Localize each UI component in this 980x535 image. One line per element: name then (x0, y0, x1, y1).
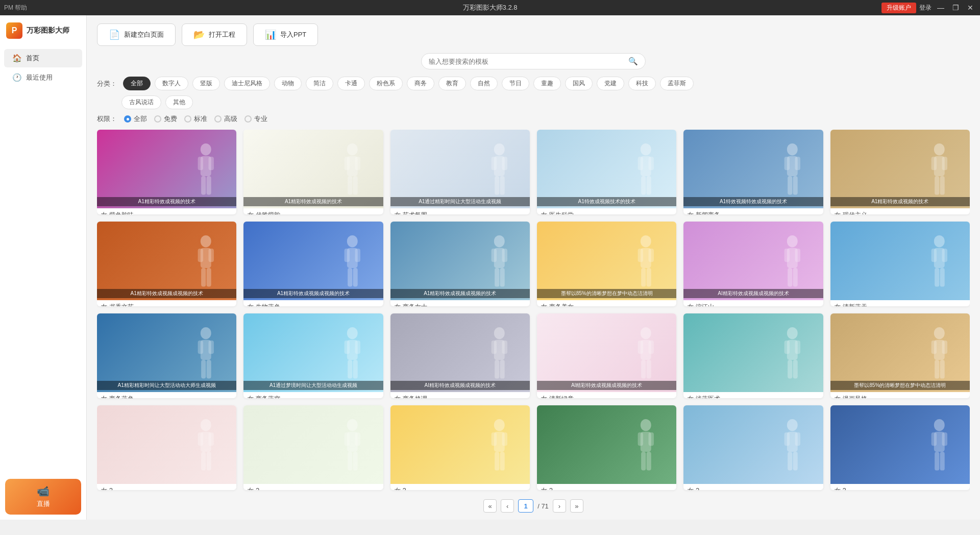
filter-tag-卡通[interactable]: 卡通 (337, 77, 365, 90)
filter-tag-节日[interactable]: 节日 (502, 77, 529, 90)
filter-tag-科技[interactable]: 科技 (628, 77, 656, 90)
perm-label: 权限： (97, 114, 117, 124)
template-card[interactable]: A1特效成视频技术的技术女-医生科学 (537, 130, 676, 214)
filter-tag-迪士尼风格[interactable]: 迪士尼风格 (224, 77, 270, 90)
template-card[interactable]: 女-? (830, 405, 970, 490)
new-blank-button[interactable]: 📄 新建空白页面 (97, 23, 176, 46)
template-card[interactable]: A1精彩特效成视频成视频的技术女-书香文艺 (97, 222, 236, 306)
page-first-button[interactable]: « (483, 499, 497, 513)
page-next-button[interactable]: › (553, 499, 566, 513)
filter-tag-数字人[interactable]: 数字人 (155, 77, 188, 90)
template-card[interactable]: 女-? (537, 405, 676, 490)
card-label: 女-商务格调 (390, 392, 530, 398)
live-button[interactable]: 📹 直播 (5, 479, 81, 515)
filter-tag-教育[interactable]: 教育 (438, 77, 466, 90)
template-card[interactable]: A1通过梦境时间让大型活动动生成视频女-商务蓝空 (243, 313, 383, 398)
template-card[interactable]: A1通过精彩时间让大型活动生成视频女-艺术氛围 (390, 130, 530, 214)
titlebar-title: 万彩图影大师3.2.8 (463, 3, 518, 12)
search-input[interactable] (429, 58, 625, 65)
filter-tag-其他[interactable]: 其他 (165, 95, 193, 109)
open-project-button[interactable]: 📂 打开工程 (182, 23, 247, 46)
template-card[interactable]: 女-? (683, 405, 823, 490)
filter-tag-党建[interactable]: 党建 (597, 77, 624, 90)
template-card[interactable]: A1特效视频特效成视频的技术女-新闻商务 (683, 130, 823, 214)
card-label: 女-浅蓝医术 (683, 392, 823, 398)
filter-tag-竖版[interactable]: 竖版 (192, 77, 220, 90)
template-card[interactable]: A1精彩特效成视频的技术女-现代主义 (830, 130, 970, 214)
card-image: A1通过精彩时间让大型活动生成视频 (390, 130, 530, 208)
page-total: / 71 (537, 502, 549, 510)
minimize-button[interactable]: — (935, 4, 947, 12)
svg-rect-100 (788, 360, 792, 379)
ai-badge: AI精彩特效成视频成视频的技术 (683, 289, 823, 298)
template-card[interactable]: AI精彩特效成视频成视频的技术女-清新绿意 (537, 313, 676, 398)
svg-point-24 (787, 143, 798, 156)
template-card[interactable]: 墨帮以85%的清晰梦想在梦中动态洁清明女-漫画风格 (830, 313, 970, 398)
perm-option-label-标准: 标准 (194, 114, 207, 124)
filter-tag-动物[interactable]: 动物 (274, 77, 302, 90)
perm-option-全部[interactable]: 全部 (124, 114, 147, 124)
card-label: 女-商务美女 (537, 300, 676, 306)
titlebar-left: PM 帮助 (4, 4, 27, 12)
svg-rect-5 (207, 176, 211, 195)
svg-point-0 (201, 143, 211, 156)
card-image: AI精彩特效成视频成视频的技术 (390, 313, 530, 392)
ai-badge: A1通过梦境时间让大型活动动生成视频 (243, 381, 383, 390)
filter-tag-全部[interactable]: 全部 (123, 77, 151, 90)
sidebar-item-home[interactable]: 🏠 首页 (4, 49, 82, 67)
perm-option-专业[interactable]: 专业 (244, 114, 267, 124)
restore-button[interactable]: ❐ (950, 4, 962, 12)
card-image (683, 405, 823, 484)
svg-rect-95 (647, 360, 651, 379)
upgrade-button[interactable]: 升级账户 (881, 3, 916, 13)
svg-rect-68 (931, 249, 936, 262)
filter-tag-孟菲斯[interactable]: 孟菲斯 (660, 77, 694, 90)
open-label: 打开工程 (209, 30, 235, 39)
template-card[interactable]: 女-浅蓝医术 (683, 313, 823, 398)
svg-rect-4 (201, 176, 206, 195)
import-ppt-button[interactable]: 📊 导入PPT (253, 23, 318, 46)
filter-tag-自然[interactable]: 自然 (470, 77, 498, 90)
svg-rect-32 (931, 157, 936, 170)
template-card[interactable]: 女-? (97, 405, 236, 490)
card-image (830, 222, 970, 300)
template-card[interactable]: 女-? (390, 405, 530, 490)
svg-rect-26 (785, 157, 790, 170)
page-last-button[interactable]: » (570, 499, 583, 513)
sidebar-item-recent[interactable]: 🕐 最近使用 (4, 68, 82, 87)
template-card[interactable]: AI精彩特效成视频成视频的技术女-浣江山 (683, 222, 823, 306)
filter-tag-商务[interactable]: 商务 (407, 77, 434, 90)
template-card[interactable]: 墨帮以85%的清晰梦想在梦中动态洁清明女-商务美女 (537, 222, 676, 306)
svg-point-48 (494, 235, 504, 248)
perm-option-标准[interactable]: 标准 (184, 114, 207, 124)
card-image: AI精彩特效成视频成视频的技术 (683, 222, 823, 300)
main-content: 📄 新建空白页面 📂 打开工程 📊 导入PPT 🔍 分类：全部数字人竖版迪士尼风… (87, 15, 980, 520)
page-prev-button[interactable]: ‹ (501, 499, 514, 513)
card-label: 女-商务蓝空 (243, 392, 383, 398)
perm-option-免费[interactable]: 免费 (154, 114, 177, 124)
template-card[interactable]: AI精彩特效成视频成视频的技术女-商务格调 (390, 313, 530, 398)
template-card[interactable]: 女-清新蓝天 (830, 222, 970, 306)
login-button[interactable]: 登录 (919, 4, 932, 12)
template-card[interactable]: A1精彩特效成视频成视频的技术女-商务女士 (390, 222, 530, 306)
filter-tag-粉色系[interactable]: 粉色系 (369, 77, 403, 90)
filter-tag-简洁[interactable]: 简洁 (306, 77, 333, 90)
template-card[interactable]: A1精彩精彩时间让大型活动动大师生成视频女-商务蓝色 (97, 313, 236, 398)
filter-tag-童趣[interactable]: 童趣 (533, 77, 561, 90)
card-label: 女-医生科学 (537, 208, 676, 214)
svg-rect-105 (942, 341, 947, 354)
template-card[interactable]: A1精彩特效成视频的技术女-紫色韵味 (97, 130, 236, 214)
search-icon[interactable]: 🔍 (628, 57, 638, 66)
card-image: A1精彩特效成视频成视频的技术 (243, 222, 383, 300)
new-icon: 📄 (109, 29, 120, 40)
template-card[interactable]: A1精彩特效成视频的技术女-代雅紫韵 (243, 130, 383, 214)
svg-rect-46 (348, 268, 352, 287)
ai-badge: A1精彩特效成视频的技术 (243, 197, 383, 206)
filter-tag-古风说话[interactable]: 古风说话 (121, 95, 161, 109)
svg-rect-104 (931, 341, 936, 354)
template-card[interactable]: A1精彩特效成视频成视频的技术女-生物蓝色 (243, 222, 383, 306)
close-button[interactable]: ✕ (965, 4, 976, 12)
filter-tag-国风[interactable]: 国风 (565, 77, 593, 90)
perm-option-高级[interactable]: 高级 (214, 114, 237, 124)
template-card[interactable]: 女-? (243, 405, 383, 490)
